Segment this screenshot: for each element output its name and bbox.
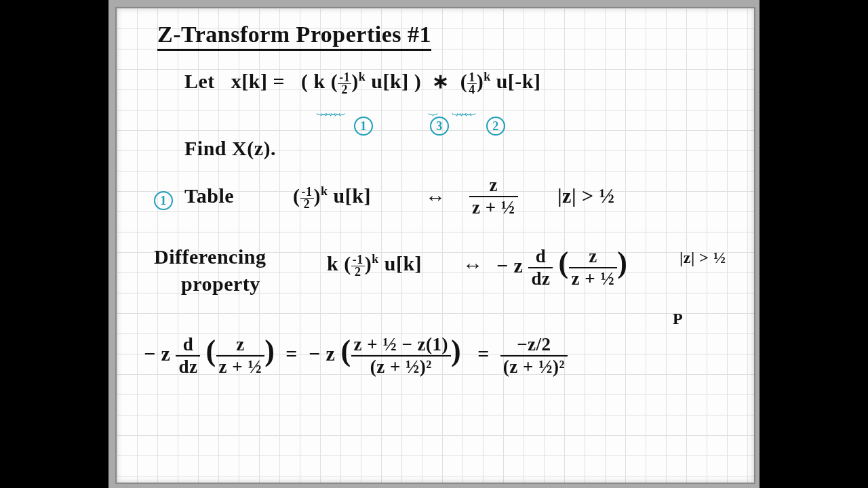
step1-rhs: zz + ½ <box>469 176 518 217</box>
brace-1: ⏟⏟⏟⏟⏟ <box>317 100 340 117</box>
circ-3: 3 <box>430 117 449 136</box>
circ-2: 2 <box>486 117 505 136</box>
step2-lhs: k (-12)k u[k] <box>327 252 422 277</box>
video-frame: Z-Transform Properties #1 Let x[k] = ( k… <box>108 0 760 488</box>
step1-lhs: (-12)k u[k] <box>293 184 371 209</box>
circ-1: 1 <box>354 117 373 136</box>
convolution-star: ∗ <box>432 70 450 92</box>
step2-roc: |z| > ½ <box>679 249 726 267</box>
find-line: Find X(z). <box>184 137 276 160</box>
xk: x[k] = <box>231 70 285 92</box>
diff-label-1: Differencing <box>154 245 266 268</box>
term2: (14)k u[-k] <box>460 70 541 92</box>
step1-marker: 1 <box>154 191 173 210</box>
let-label: Let <box>184 70 215 92</box>
step2-rhs: − z ddz (zz + ½) <box>496 245 627 288</box>
graph-paper: Z-Transform Properties #1 Let x[k] = ( k… <box>115 7 755 484</box>
step1-roc: |z| > ½ <box>557 184 615 207</box>
step1-label: Table <box>184 184 234 207</box>
definition-line: Let x[k] = ( k (-12)k u[k] ) ∗ (14)k u[-… <box>184 69 540 95</box>
stray-p: P <box>673 310 683 328</box>
brace-3: ⏟ <box>429 100 435 117</box>
step2-arrow: ↔ <box>462 253 484 277</box>
term1: ( k (-12)k u[k] ) <box>301 70 421 92</box>
step3-lhs: − z ddz (zz + ½) = − z (z + ½ − z(1)(z +… <box>144 333 568 376</box>
diff-label-2: property <box>181 272 260 296</box>
title: Z-Transform Properties #1 <box>157 22 431 51</box>
brace-2: ⏟⏟⏟⏟ <box>452 100 471 117</box>
step1-arrow: ↔ <box>425 186 446 209</box>
